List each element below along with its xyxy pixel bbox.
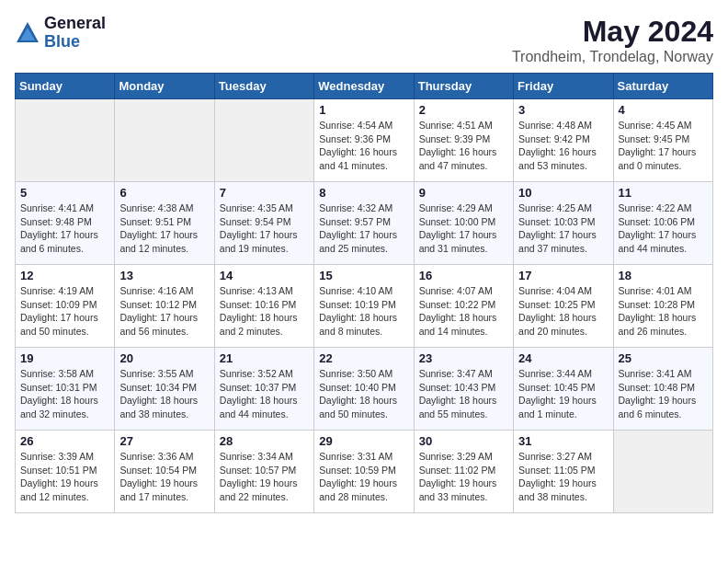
calendar-cell: 4Sunrise: 4:45 AM Sunset: 9:45 PM Daylig… bbox=[613, 99, 712, 182]
day-info: Sunrise: 3:34 AM Sunset: 10:57 PM Daylig… bbox=[220, 450, 309, 504]
day-number: 15 bbox=[319, 269, 408, 282]
col-header-monday: Monday bbox=[115, 74, 214, 99]
calendar-cell: 6Sunrise: 4:38 AM Sunset: 9:51 PM Daylig… bbox=[115, 182, 214, 265]
day-info: Sunrise: 3:31 AM Sunset: 10:59 PM Daylig… bbox=[319, 450, 408, 504]
logo-icon bbox=[15, 20, 40, 46]
day-info: Sunrise: 4:04 AM Sunset: 10:25 PM Daylig… bbox=[518, 284, 608, 339]
day-number: 31 bbox=[518, 434, 608, 448]
calendar-cell: 21Sunrise: 3:52 AM Sunset: 10:37 PM Dayl… bbox=[214, 348, 313, 431]
day-info: Sunrise: 4:25 AM Sunset: 10:03 PM Daylig… bbox=[518, 201, 608, 256]
calendar-cell: 31Sunrise: 3:27 AM Sunset: 11:05 PM Dayl… bbox=[514, 431, 613, 513]
calendar-header-row: SundayMondayTuesdayWednesdayThursdayFrid… bbox=[16, 74, 713, 99]
day-number: 6 bbox=[119, 186, 209, 200]
col-header-friday: Friday bbox=[514, 74, 613, 99]
day-info: Sunrise: 4:01 AM Sunset: 10:28 PM Daylig… bbox=[619, 284, 708, 339]
day-number: 19 bbox=[20, 351, 109, 365]
day-info: Sunrise: 3:44 AM Sunset: 10:45 PM Daylig… bbox=[518, 367, 608, 421]
day-number: 9 bbox=[419, 186, 508, 200]
logo-blue-text: Blue bbox=[44, 33, 106, 52]
col-header-sunday: Sunday bbox=[16, 74, 115, 99]
day-info: Sunrise: 3:39 AM Sunset: 10:51 PM Daylig… bbox=[20, 450, 109, 504]
day-number: 13 bbox=[119, 269, 209, 282]
day-info: Sunrise: 4:22 AM Sunset: 10:06 PM Daylig… bbox=[619, 201, 708, 256]
day-info: Sunrise: 4:29 AM Sunset: 10:00 PM Daylig… bbox=[419, 201, 508, 256]
calendar-cell: 2Sunrise: 4:51 AM Sunset: 9:39 PM Daylig… bbox=[414, 99, 513, 182]
day-info: Sunrise: 4:10 AM Sunset: 10:19 PM Daylig… bbox=[319, 284, 408, 339]
col-header-saturday: Saturday bbox=[613, 74, 712, 99]
calendar-cell: 10Sunrise: 4:25 AM Sunset: 10:03 PM Dayl… bbox=[514, 182, 613, 265]
calendar-cell: 18Sunrise: 4:01 AM Sunset: 10:28 PM Dayl… bbox=[613, 265, 712, 348]
day-info: Sunrise: 4:45 AM Sunset: 9:45 PM Dayligh… bbox=[619, 119, 708, 173]
title-area: May 2024 Trondheim, Trondelag, Norway bbox=[512, 15, 713, 65]
day-number: 3 bbox=[518, 103, 608, 117]
calendar-cell: 16Sunrise: 4:07 AM Sunset: 10:22 PM Dayl… bbox=[414, 265, 513, 348]
calendar-cell: 5Sunrise: 4:41 AM Sunset: 9:48 PM Daylig… bbox=[16, 182, 115, 265]
calendar-week-row: 19Sunrise: 3:58 AM Sunset: 10:31 PM Dayl… bbox=[16, 348, 713, 431]
calendar-cell: 19Sunrise: 3:58 AM Sunset: 10:31 PM Dayl… bbox=[16, 348, 115, 431]
logo-general-text: General bbox=[44, 15, 106, 33]
calendar-cell: 8Sunrise: 4:32 AM Sunset: 9:57 PM Daylig… bbox=[314, 182, 414, 265]
day-info: Sunrise: 4:48 AM Sunset: 9:42 PM Dayligh… bbox=[518, 119, 608, 173]
day-number: 23 bbox=[419, 351, 508, 365]
day-info: Sunrise: 3:29 AM Sunset: 11:02 PM Daylig… bbox=[419, 450, 508, 504]
day-number: 27 bbox=[119, 434, 209, 448]
day-info: Sunrise: 3:47 AM Sunset: 10:43 PM Daylig… bbox=[419, 367, 508, 421]
col-header-wednesday: Wednesday bbox=[314, 74, 414, 99]
col-header-thursday: Thursday bbox=[414, 74, 513, 99]
calendar-table: SundayMondayTuesdayWednesdayThursdayFrid… bbox=[15, 73, 713, 513]
day-number: 30 bbox=[419, 434, 508, 448]
calendar-week-row: 5Sunrise: 4:41 AM Sunset: 9:48 PM Daylig… bbox=[16, 182, 713, 265]
day-info: Sunrise: 4:54 AM Sunset: 9:36 PM Dayligh… bbox=[319, 119, 408, 173]
month-year-title: May 2024 bbox=[512, 15, 713, 49]
day-number: 28 bbox=[220, 434, 309, 448]
calendar-cell bbox=[16, 99, 115, 182]
calendar-cell: 20Sunrise: 3:55 AM Sunset: 10:34 PM Dayl… bbox=[115, 348, 214, 431]
calendar-cell: 29Sunrise: 3:31 AM Sunset: 10:59 PM Dayl… bbox=[314, 431, 414, 513]
col-header-tuesday: Tuesday bbox=[214, 74, 313, 99]
day-info: Sunrise: 4:32 AM Sunset: 9:57 PM Dayligh… bbox=[319, 201, 408, 256]
day-info: Sunrise: 3:50 AM Sunset: 10:40 PM Daylig… bbox=[319, 367, 408, 421]
calendar-cell: 12Sunrise: 4:19 AM Sunset: 10:09 PM Dayl… bbox=[16, 265, 115, 348]
calendar-cell: 14Sunrise: 4:13 AM Sunset: 10:16 PM Dayl… bbox=[214, 265, 313, 348]
day-number: 2 bbox=[419, 103, 508, 117]
day-number: 11 bbox=[619, 186, 708, 200]
day-number: 8 bbox=[319, 186, 408, 200]
calendar-cell bbox=[115, 99, 214, 182]
location-subtitle: Trondheim, Trondelag, Norway bbox=[512, 49, 713, 65]
logo: General Blue bbox=[15, 15, 106, 52]
calendar-cell: 24Sunrise: 3:44 AM Sunset: 10:45 PM Dayl… bbox=[514, 348, 613, 431]
day-info: Sunrise: 4:19 AM Sunset: 10:09 PM Daylig… bbox=[20, 284, 109, 339]
calendar-cell: 26Sunrise: 3:39 AM Sunset: 10:51 PM Dayl… bbox=[16, 431, 115, 513]
day-info: Sunrise: 4:13 AM Sunset: 10:16 PM Daylig… bbox=[220, 284, 309, 339]
day-info: Sunrise: 4:16 AM Sunset: 10:12 PM Daylig… bbox=[119, 284, 209, 339]
day-number: 16 bbox=[419, 269, 508, 282]
day-number: 29 bbox=[319, 434, 408, 448]
calendar-week-row: 12Sunrise: 4:19 AM Sunset: 10:09 PM Dayl… bbox=[16, 265, 713, 348]
calendar-cell: 23Sunrise: 3:47 AM Sunset: 10:43 PM Dayl… bbox=[414, 348, 513, 431]
day-number: 20 bbox=[119, 351, 209, 365]
calendar-cell: 3Sunrise: 4:48 AM Sunset: 9:42 PM Daylig… bbox=[514, 99, 613, 182]
day-number: 1 bbox=[319, 103, 408, 117]
day-number: 12 bbox=[20, 269, 109, 282]
day-number: 7 bbox=[220, 186, 309, 200]
day-info: Sunrise: 3:52 AM Sunset: 10:37 PM Daylig… bbox=[220, 367, 309, 421]
calendar-cell: 11Sunrise: 4:22 AM Sunset: 10:06 PM Dayl… bbox=[613, 182, 712, 265]
day-info: Sunrise: 3:41 AM Sunset: 10:48 PM Daylig… bbox=[619, 367, 708, 421]
day-info: Sunrise: 4:51 AM Sunset: 9:39 PM Dayligh… bbox=[419, 119, 508, 173]
calendar-cell: 22Sunrise: 3:50 AM Sunset: 10:40 PM Dayl… bbox=[314, 348, 414, 431]
day-number: 24 bbox=[518, 351, 608, 365]
calendar-cell: 7Sunrise: 4:35 AM Sunset: 9:54 PM Daylig… bbox=[214, 182, 313, 265]
day-number: 14 bbox=[220, 269, 309, 282]
day-info: Sunrise: 3:27 AM Sunset: 11:05 PM Daylig… bbox=[518, 450, 608, 504]
day-number: 21 bbox=[220, 351, 309, 365]
day-info: Sunrise: 4:07 AM Sunset: 10:22 PM Daylig… bbox=[419, 284, 508, 339]
calendar-cell: 25Sunrise: 3:41 AM Sunset: 10:48 PM Dayl… bbox=[613, 348, 712, 431]
day-number: 25 bbox=[619, 351, 708, 365]
calendar-cell: 15Sunrise: 4:10 AM Sunset: 10:19 PM Dayl… bbox=[314, 265, 414, 348]
calendar-cell: 30Sunrise: 3:29 AM Sunset: 11:02 PM Dayl… bbox=[414, 431, 513, 513]
calendar-cell bbox=[613, 431, 712, 513]
day-number: 5 bbox=[20, 186, 109, 200]
calendar-cell: 27Sunrise: 3:36 AM Sunset: 10:54 PM Dayl… bbox=[115, 431, 214, 513]
calendar-week-row: 26Sunrise: 3:39 AM Sunset: 10:51 PM Dayl… bbox=[16, 431, 713, 513]
day-number: 10 bbox=[518, 186, 608, 200]
